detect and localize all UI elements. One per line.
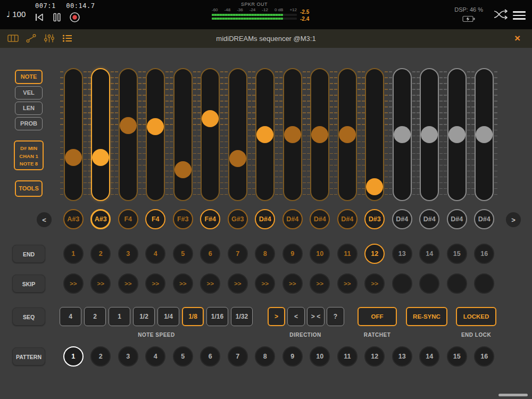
pause-button[interactable]: [53, 13, 61, 22]
direction-pingpong[interactable]: > <: [307, 307, 325, 326]
slider-track-15[interactable]: [447, 68, 467, 201]
step-note-7[interactable]: G#3: [228, 209, 248, 229]
slider-handle-11[interactable]: [339, 126, 356, 143]
step-note-15[interactable]: D#4: [447, 209, 467, 229]
scroll-left-button[interactable]: <: [37, 212, 52, 227]
pattern-15[interactable]: 15: [447, 346, 467, 367]
pattern-6[interactable]: 6: [200, 346, 220, 367]
pattern-4[interactable]: 4: [145, 346, 165, 367]
skip-to-start-button[interactable]: [34, 13, 45, 22]
mode-vel-button[interactable]: VEL: [15, 86, 43, 99]
slider-track-2[interactable]: [91, 68, 110, 201]
step-note-8[interactable]: D#4: [255, 209, 275, 229]
tools-button[interactable]: TOOLS: [15, 180, 43, 197]
slider-track-12[interactable]: [365, 68, 384, 201]
slider-track-10[interactable]: [310, 68, 329, 201]
note-speed-1-16[interactable]: 1/16: [206, 307, 228, 326]
end-step-6[interactable]: 6: [200, 244, 220, 264]
keyboard-icon[interactable]: [7, 33, 19, 44]
skip-step-12[interactable]: >>: [364, 273, 385, 294]
pattern-2[interactable]: 2: [90, 346, 111, 367]
end-step-7[interactable]: 7: [228, 244, 248, 264]
skip-step-15[interactable]: [447, 273, 467, 294]
tempo-display[interactable]: ♩ 100: [6, 10, 26, 19]
step-note-1[interactable]: A#3: [63, 209, 84, 229]
step-note-4[interactable]: F4: [145, 209, 165, 229]
ratchet-button[interactable]: OFF: [358, 307, 397, 326]
slider-handle-6[interactable]: [202, 110, 219, 127]
step-note-2[interactable]: A#3: [90, 209, 111, 229]
slider-handle-10[interactable]: [311, 126, 328, 143]
list-icon[interactable]: [62, 33, 73, 44]
faders-icon[interactable]: [44, 33, 55, 44]
slider-handle-3[interactable]: [120, 117, 137, 134]
slider-track-6[interactable]: [201, 68, 220, 201]
routing-icon[interactable]: [493, 8, 509, 21]
end-step-12[interactable]: 12: [364, 244, 385, 264]
end-step-9[interactable]: 9: [282, 244, 303, 264]
slider-handle-4[interactable]: [147, 118, 164, 135]
note-speed-1-32[interactable]: 1/32: [231, 307, 253, 326]
end-step-1[interactable]: 1: [63, 244, 84, 264]
end-step-14[interactable]: 14: [419, 244, 439, 264]
slider-track-7[interactable]: [228, 68, 247, 201]
skip-step-8[interactable]: >>: [255, 273, 275, 294]
slider-track-3[interactable]: [119, 68, 138, 201]
slider-track-14[interactable]: [420, 68, 439, 201]
pattern-5[interactable]: 5: [173, 346, 193, 367]
patch-cable-icon[interactable]: [26, 33, 37, 44]
end-step-16[interactable]: 16: [474, 244, 494, 264]
slider-track-16[interactable]: [475, 68, 494, 201]
end-step-15[interactable]: 15: [447, 244, 467, 264]
end-step-4[interactable]: 4: [145, 244, 165, 264]
step-note-14[interactable]: D#4: [419, 209, 439, 229]
scroll-right-button[interactable]: >: [506, 212, 521, 227]
slider-handle-9[interactable]: [284, 126, 301, 143]
pattern-16[interactable]: 16: [474, 346, 494, 367]
skip-step-11[interactable]: >>: [337, 273, 358, 294]
hamburger-menu-icon[interactable]: [513, 9, 526, 22]
pattern-8[interactable]: 8: [255, 346, 275, 367]
direction-forward[interactable]: >: [268, 307, 285, 326]
skip-step-6[interactable]: >>: [200, 273, 220, 294]
end-step-13[interactable]: 13: [392, 244, 412, 264]
resync-button[interactable]: RE-SYNC: [406, 307, 447, 326]
skip-step-3[interactable]: >>: [118, 273, 138, 294]
end-step-8[interactable]: 8: [255, 244, 275, 264]
step-note-9[interactable]: D#4: [282, 209, 303, 229]
step-note-6[interactable]: F#4: [200, 209, 220, 229]
skip-step-16[interactable]: [474, 273, 494, 294]
note-speed-4[interactable]: 4: [60, 307, 81, 326]
end-step-2[interactable]: 2: [90, 244, 111, 264]
skip-step-13[interactable]: [392, 273, 412, 294]
record-button[interactable]: [69, 12, 80, 23]
end-lock-button[interactable]: LOCKED: [456, 307, 496, 326]
note-speed-1-2[interactable]: 1/2: [133, 307, 155, 326]
slider-track-1[interactable]: [64, 68, 83, 201]
note-speed-2[interactable]: 2: [84, 307, 106, 326]
scrollbar-indicator[interactable]: [498, 394, 528, 396]
slider-handle-8[interactable]: [256, 126, 273, 143]
slider-track-8[interactable]: [255, 68, 275, 201]
note-speed-1-4[interactable]: 1/4: [157, 307, 179, 326]
pattern-12[interactable]: 12: [364, 346, 385, 367]
mode-prob-button[interactable]: PROB: [15, 117, 43, 130]
mode-len-button[interactable]: LEN: [15, 102, 43, 115]
skip-step-5[interactable]: >>: [173, 273, 193, 294]
step-note-11[interactable]: D#4: [337, 209, 358, 229]
pattern-7[interactable]: 7: [228, 346, 248, 367]
step-note-5[interactable]: F#3: [173, 209, 193, 229]
mode-note-button[interactable]: NOTE: [15, 70, 43, 84]
end-step-10[interactable]: 10: [310, 244, 330, 264]
slider-handle-13[interactable]: [394, 126, 411, 143]
slider-handle-15[interactable]: [448, 126, 466, 143]
pattern-10[interactable]: 10: [310, 346, 330, 367]
end-step-11[interactable]: 11: [337, 244, 358, 264]
skip-step-7[interactable]: >>: [228, 273, 248, 294]
slider-handle-16[interactable]: [476, 126, 493, 143]
end-step-5[interactable]: 5: [173, 244, 193, 264]
slider-handle-7[interactable]: [229, 150, 246, 167]
pattern-3[interactable]: 3: [118, 346, 138, 367]
step-note-12[interactable]: D#3: [364, 209, 385, 229]
pattern-14[interactable]: 14: [419, 346, 439, 367]
